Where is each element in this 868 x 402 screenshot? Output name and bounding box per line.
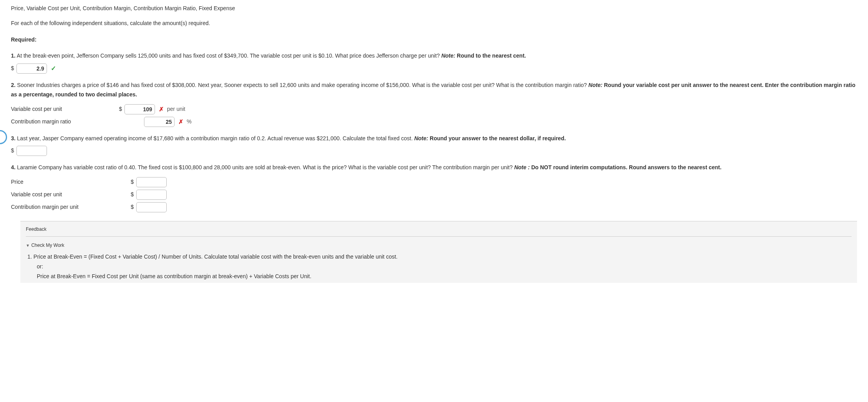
q4-vcpu-input[interactable]: [136, 190, 167, 200]
question-4-text: Laramie Company has variable cost ratio …: [17, 164, 514, 170]
q4-cmpu-label: Contribution margin per unit: [11, 203, 128, 212]
q4-price-input[interactable]: [136, 177, 167, 187]
question-2-number: 2.: [11, 82, 16, 88]
note-label: Note:: [441, 53, 456, 59]
q1-price-input[interactable]: [16, 63, 47, 74]
check-my-work-toggle[interactable]: ▼ Check My Work: [26, 241, 64, 249]
question-1: 1. At the break-even point, Jefferson Co…: [11, 51, 857, 74]
question-3-prompt: 3. Last year, Jasper Company earned oper…: [11, 134, 857, 143]
feedback-title: Feedback: [26, 225, 852, 233]
q3-fixedcost-input[interactable]: [16, 146, 47, 156]
question-3-note: Round your answer to the nearest dollar,…: [428, 135, 566, 141]
currency-symbol: $: [131, 177, 134, 187]
divider: [26, 236, 852, 237]
intro-text: For each of the following independent si…: [11, 19, 857, 28]
question-2-prompt: 2. Sooner Industries charges a price of …: [11, 81, 857, 100]
q2-vcpu-suffix: per unit: [167, 105, 185, 114]
q2-cmr-label: Contribution margin ratio: [11, 117, 117, 127]
question-4-prompt: 4. Laramie Company has variable cost rat…: [11, 163, 857, 172]
question-1-text: At the break-even point, Jefferson Compa…: [17, 53, 441, 59]
q2-cmr-suffix: %: [187, 117, 191, 127]
question-4-note: Do NOT round interim computations. Round…: [530, 164, 722, 170]
page-topic-line: Price, Variable Cost per Unit, Contribut…: [11, 4, 857, 13]
currency-symbol: $: [131, 190, 134, 199]
required-label: Required:: [11, 35, 857, 45]
currency-symbol: $: [11, 146, 14, 156]
question-2: 2. Sooner Industries charges a price of …: [11, 81, 857, 127]
feedback-panel: Feedback ▼ Check My Work 1. Price at Bre…: [20, 221, 857, 283]
cmw-line-2: Price at Break-Even = Fixed Cost per Uni…: [37, 272, 852, 281]
q2-vcpu-input[interactable]: [124, 104, 155, 114]
question-4: 4. Laramie Company has variable cost rat…: [11, 163, 857, 212]
cmw-line-1: 1. Price at Break-Even = (Fixed Cost + V…: [27, 252, 852, 262]
question-1-note: Round to the nearest cent.: [455, 53, 526, 59]
currency-symbol: $: [119, 105, 122, 114]
question-3-number: 3.: [11, 135, 16, 141]
caret-down-icon: ▼: [26, 242, 30, 249]
currency-symbol: $: [131, 203, 134, 212]
note-label: Note:: [414, 135, 428, 141]
note-label: Note:: [589, 82, 603, 88]
check-my-work-label: Check My Work: [31, 241, 64, 249]
note-label: Note :: [514, 164, 530, 170]
q2-vcpu-label: Variable cost per unit: [11, 105, 117, 114]
check-my-work-body: 1. Price at Break-Even = (Fixed Cost + V…: [26, 252, 852, 282]
x-icon: ✗: [178, 117, 184, 127]
question-2-text: Sooner Industries charges a price of $14…: [17, 82, 589, 88]
cmw-or: or:: [37, 262, 852, 272]
q4-price-label: Price: [11, 177, 128, 187]
q2-cmr-input[interactable]: [144, 117, 175, 127]
question-1-prompt: 1. At the break-even point, Jefferson Co…: [11, 51, 857, 61]
question-1-number: 1.: [11, 53, 16, 59]
question-3: 3. Last year, Jasper Company earned oper…: [11, 134, 857, 156]
question-3-text: Last year, Jasper Company earned operati…: [17, 135, 414, 141]
question-4-number: 4.: [11, 164, 16, 170]
check-icon: ✓: [51, 63, 56, 74]
currency-symbol: $: [11, 64, 14, 73]
side-indicator-bubble: [0, 130, 7, 144]
x-icon: ✗: [159, 104, 164, 114]
q4-cmpu-input[interactable]: [136, 202, 167, 212]
q4-vcpu-label: Variable cost per unit: [11, 190, 128, 199]
